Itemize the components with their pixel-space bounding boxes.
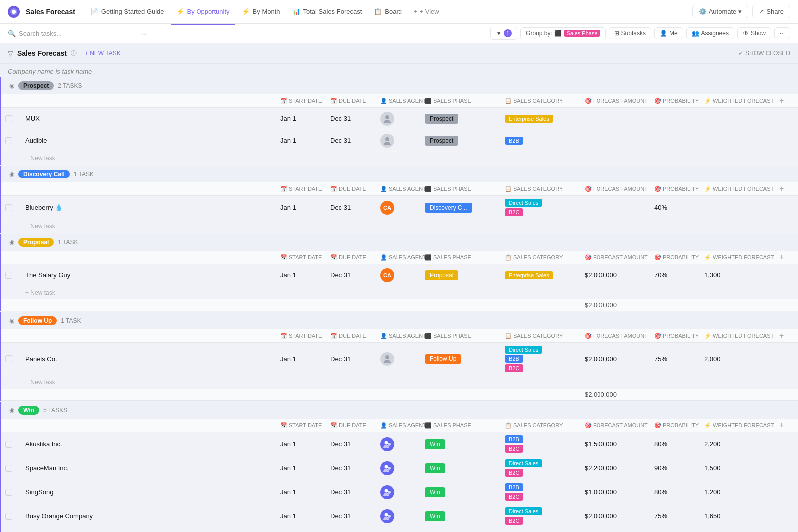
start-date[interactable]: Jan 1 [280, 512, 330, 520]
due-date[interactable]: Dec 31 [330, 488, 380, 496]
start-date[interactable]: Jan 1 [280, 464, 330, 472]
subtasks-button[interactable]: ⊞ Subtasks [609, 27, 651, 39]
phase-badge[interactable]: Win [425, 439, 445, 449]
due-date[interactable]: Dec 31 [330, 355, 380, 363]
category-badge[interactable]: B2C [505, 364, 523, 372]
task-checkbox[interactable] [5, 489, 12, 496]
category-badge[interactable]: B2C [505, 493, 523, 501]
due-date[interactable]: Dec 31 [330, 512, 380, 520]
start-date[interactable]: Jan 1 [280, 204, 330, 211]
due-date[interactable]: Dec 31 [330, 440, 380, 448]
phase-badge[interactable]: Discovery C... [425, 203, 472, 213]
category-badge[interactable]: B2B [505, 137, 523, 145]
category-badge[interactable]: B2B [505, 355, 523, 363]
collapse-btn-discovery-call[interactable]: ◉ [9, 171, 14, 177]
due-date[interactable]: Dec 31 [330, 271, 380, 279]
svg-point-10 [388, 491, 391, 494]
task-name[interactable]: Audible [25, 137, 47, 144]
show-button[interactable]: 👁 Show [737, 27, 771, 39]
share-button[interactable]: ↗ Share [752, 5, 790, 18]
task-name[interactable]: Busy Orange Company [25, 512, 93, 520]
category-badge[interactable]: B2B [505, 483, 523, 491]
show-closed-button[interactable]: ✓ SHOW CLOSED [738, 50, 790, 57]
category-badge[interactable]: B2C [505, 517, 523, 525]
category-badge[interactable]: Direct Sales [505, 507, 542, 515]
category-badge[interactable]: B2C [505, 208, 523, 216]
phase-badge[interactable]: Win [425, 511, 445, 521]
task-checkbox[interactable] [5, 137, 12, 144]
collapse-forecast-btn[interactable]: ▽ [8, 49, 13, 57]
phase-badge[interactable]: Prospect [425, 136, 458, 146]
start-date[interactable]: Jan 1 [280, 488, 330, 496]
collapse-btn-follow-up[interactable]: ◉ [9, 317, 14, 324]
start-date[interactable]: Jan 1 [280, 115, 330, 122]
tab-by-month[interactable]: ⚡ By Month [237, 5, 285, 18]
start-date[interactable]: Jan 1 [280, 440, 330, 448]
groupby-button[interactable]: Group by: ⬛ Sales Phase [520, 27, 605, 39]
new-task-link[interactable]: + New task [1, 286, 798, 299]
collapse-btn-prospect[interactable]: ◉ [9, 82, 14, 89]
due-date[interactable]: Dec 31 [330, 464, 380, 472]
add-view-btn[interactable]: + + View [409, 5, 444, 18]
task-checkbox[interactable] [5, 465, 12, 472]
new-task-link[interactable]: + New task [1, 376, 798, 389]
category-badge[interactable]: Direct Sales [505, 459, 542, 467]
task-name[interactable]: Blueberry 💧 [25, 204, 63, 211]
start-date[interactable]: Jan 1 [280, 271, 330, 279]
start-date[interactable]: Jan 1 [280, 355, 330, 363]
svg-point-3 [385, 137, 389, 141]
toolbar-extra-btn[interactable]: ··· [774, 27, 790, 39]
me-button[interactable]: 👤 Me [654, 27, 683, 39]
tab-board[interactable]: 📋 Board [369, 5, 407, 18]
phase-badge[interactable]: Prospect [425, 114, 458, 124]
phase-badge[interactable]: Proposal [425, 270, 458, 280]
col-add[interactable]: + [779, 184, 794, 193]
automate-button[interactable]: ⚙️ Automate ▾ [692, 5, 749, 18]
category-badge[interactable]: B2C [505, 445, 523, 453]
phase-badge[interactable]: Win [425, 463, 445, 473]
toolbar-more-btn[interactable]: ··· [142, 30, 147, 37]
category-badge[interactable]: Direct Sales [505, 199, 542, 207]
new-task-link[interactable]: + New task [1, 152, 798, 165]
category-badge[interactable]: Direct Sales [505, 346, 542, 354]
due-date[interactable]: Dec 31 [330, 204, 380, 211]
phase-badge[interactable]: Follow Up [425, 354, 461, 364]
col-add[interactable]: + [779, 253, 794, 262]
task-checkbox[interactable] [5, 272, 12, 279]
col-add[interactable]: + [779, 331, 794, 340]
task-checkbox[interactable] [5, 355, 12, 362]
assignees-button[interactable]: 👥 Assignees [686, 27, 734, 39]
app-title: Sales Forecast [26, 8, 75, 16]
phase-badge[interactable]: Win [425, 487, 445, 497]
filter-button[interactable]: ▼ 1 [490, 27, 517, 40]
task-checkbox[interactable] [5, 115, 12, 122]
start-date[interactable]: Jan 1 [280, 137, 330, 144]
avatar [380, 134, 394, 148]
col-add[interactable]: + [779, 96, 794, 105]
task-checkbox[interactable] [5, 204, 12, 211]
due-date[interactable]: Dec 31 [330, 137, 380, 144]
category-badge[interactable]: Enterprise Sales [505, 271, 553, 279]
task-name[interactable]: The Salary Guy [25, 271, 70, 279]
task-name[interactable]: MUX [25, 115, 40, 122]
new-task-button[interactable]: + NEW TASK [81, 48, 125, 58]
category-badge[interactable]: B2C [505, 469, 523, 477]
tab-getting-started[interactable]: 📄 Getting Started Guide [85, 5, 169, 18]
collapse-btn-win[interactable]: ◉ [9, 407, 14, 414]
new-task-link[interactable]: + New task [1, 220, 798, 233]
task-name[interactable]: SpaceMan Inc. [25, 464, 69, 472]
task-checkbox[interactable] [5, 513, 12, 520]
due-date[interactable]: Dec 31 [330, 115, 380, 122]
task-name[interactable]: SingSong [25, 488, 53, 496]
col-add[interactable]: + [779, 421, 794, 430]
collapse-btn-proposal[interactable]: ◉ [9, 239, 14, 246]
task-name[interactable]: Panels Co. [25, 355, 57, 363]
category-badge[interactable]: B2B [505, 435, 523, 443]
tab-total-sales[interactable]: 📊 Total Sales Forecast [287, 5, 367, 18]
search-box[interactable]: 🔍 Search tasks... [8, 30, 138, 37]
category-badge[interactable]: Enterprise Sales [505, 115, 553, 123]
task-checkbox[interactable] [5, 441, 12, 448]
col-header-prospect: 📅START DATE 📅DUE DATE 👤SALES AGENT ⬛SALE… [1, 94, 798, 108]
tab-by-opportunity[interactable]: ⚡ By Opportunity [171, 5, 235, 18]
task-name[interactable]: Akustika Inc. [25, 440, 62, 448]
